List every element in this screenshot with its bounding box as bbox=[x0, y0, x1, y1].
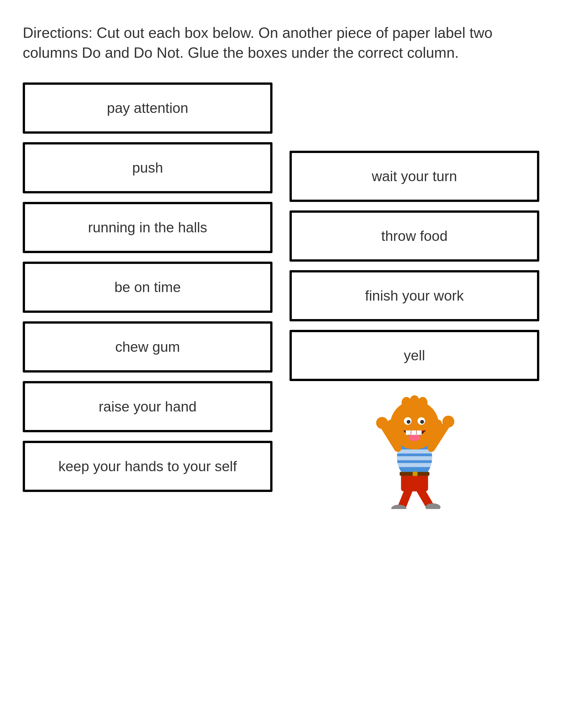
card-label-chew-gum: chew gum bbox=[115, 338, 180, 356]
card-label-keep-hands: keep your hands to your self bbox=[58, 457, 237, 476]
svg-point-21 bbox=[442, 416, 454, 428]
card-yell: yell bbox=[289, 330, 539, 381]
svg-rect-2 bbox=[397, 456, 432, 460]
card-push: push bbox=[23, 142, 273, 193]
svg-point-17 bbox=[418, 397, 427, 409]
directions-text: Directions: Cut out each box below. On a… bbox=[23, 23, 534, 63]
svg-rect-10 bbox=[406, 431, 410, 435]
card-label-raise-your-hand: raise your hand bbox=[99, 398, 197, 416]
card-finish-your-work: finish your work bbox=[289, 270, 539, 321]
svg-point-16 bbox=[409, 395, 419, 407]
character-illustration bbox=[289, 395, 539, 509]
cards-grid: pay attentionpushrunning in the hallsbe … bbox=[23, 82, 539, 509]
svg-rect-11 bbox=[411, 431, 416, 435]
card-raise-your-hand: raise your hand bbox=[23, 381, 273, 432]
svg-point-15 bbox=[401, 397, 411, 409]
card-throw-food: throw food bbox=[289, 210, 539, 262]
svg-point-8 bbox=[420, 420, 424, 424]
right-column: wait your turnthrow foodfinish your work… bbox=[289, 82, 539, 509]
card-running-in-halls: running in the halls bbox=[23, 202, 273, 253]
svg-rect-12 bbox=[416, 431, 421, 435]
svg-point-19 bbox=[376, 417, 388, 429]
svg-point-7 bbox=[406, 420, 410, 424]
card-chew-gum: chew gum bbox=[23, 321, 273, 373]
character-svg bbox=[366, 395, 463, 509]
card-be-on-time: be on time bbox=[23, 262, 273, 313]
card-label-yell: yell bbox=[404, 346, 425, 365]
card-label-finish-your-work: finish your work bbox=[365, 287, 464, 305]
card-keep-hands: keep your hands to your self bbox=[23, 441, 273, 492]
svg-rect-3 bbox=[397, 463, 432, 467]
svg-rect-1 bbox=[397, 450, 432, 454]
left-column: pay attentionpushrunning in the hallsbe … bbox=[23, 82, 273, 492]
card-wait-your-turn: wait your turn bbox=[289, 151, 539, 202]
svg-rect-28 bbox=[412, 472, 417, 476]
card-label-running-in-halls: running in the halls bbox=[88, 218, 208, 237]
card-label-throw-food: throw food bbox=[381, 227, 447, 245]
card-label-be-on-time: be on time bbox=[115, 278, 181, 297]
card-pay-attention: pay attention bbox=[23, 82, 273, 134]
card-label-pay-attention: pay attention bbox=[107, 99, 188, 117]
card-label-wait-your-turn: wait your turn bbox=[372, 167, 457, 186]
card-label-push: push bbox=[132, 159, 163, 177]
